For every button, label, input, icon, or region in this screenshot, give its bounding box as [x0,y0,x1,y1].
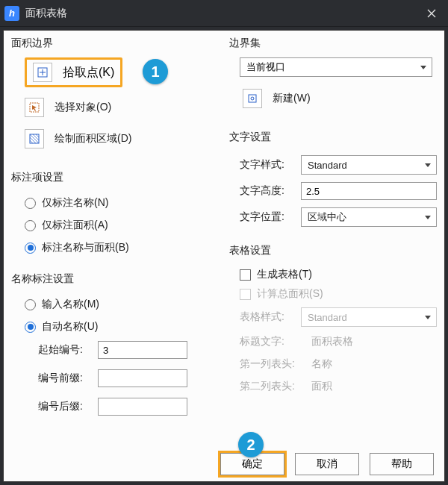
table-style-select: Standard [301,307,437,327]
callout-1: 1 [143,59,168,84]
prefix-label: 编号前缀: [38,372,92,385]
row-text-position: 文字位置: 区域中心 [229,204,437,231]
dialog-window: h 面积表格 面积边界 拾取点(K) [0,0,448,485]
radio-icon [25,322,36,333]
app-icon: h [4,6,19,21]
titlebar: h 面积表格 [0,0,448,27]
columns: 面积边界 拾取点(K) 选择对象(O) [11,37,437,448]
group-title-name-label: 名称标注设置 [11,272,216,286]
callout-2: 2 [238,432,264,457]
text-height-input[interactable] [301,182,437,200]
group-name-label: 名称标注设置 输入名称(M) 自动名称(U) 起始编号: 编号前缀: [11,272,216,423]
boundary-set-select[interactable]: 当前视口 [240,57,432,77]
cancel-button[interactable]: 取消 [295,453,359,475]
row-col1-header: 第一列表头: 名称 [229,353,437,375]
group-title-boundary: 面积边界 [11,37,216,50]
table-style-label: 表格样式: [240,310,293,324]
radio-input-name[interactable]: 输入名称(M) [11,293,216,316]
draw-area-row[interactable]: 绘制面积区域(D) [11,126,216,151]
help-button[interactable]: 帮助 [370,453,434,475]
radio-name-and-area[interactable]: 标注名称与面积(B) [11,237,216,259]
col1-header-value: 名称 [311,357,332,371]
svg-rect-5 [249,95,256,102]
radio-icon [25,220,36,231]
row-table-style: 表格样式: Standard [229,304,437,331]
table-style-value: Standard [308,312,347,323]
suffix-label: 编号后缀: [38,400,92,413]
boundary-set-value: 当前视口 [246,60,285,74]
start-number-input[interactable] [98,341,187,359]
select-object-row[interactable]: 选择对象(O) [11,95,216,120]
text-position-select[interactable]: 区域中心 [301,207,437,227]
titlebar-left: h 面积表格 [4,6,67,21]
draw-area-icon [25,129,44,148]
dialog-footer: 确定 取消 帮助 [11,448,437,477]
field-start-number: 起始编号: [11,338,216,362]
radio-icon [25,299,36,310]
radio-only-area[interactable]: 仅标注面积(A) [11,214,216,237]
radio-only-name-label: 仅标注名称(N) [42,196,108,210]
suffix-input[interactable] [98,398,187,416]
checkbox-icon [240,269,251,281]
select-object-label: 选择对象(O) [55,101,111,114]
text-position-value: 区域中心 [308,210,346,224]
radio-icon [25,198,36,209]
group-title-label-items: 标注项设置 [11,171,216,184]
new-boundary-row[interactable]: 新建(W) [229,86,437,111]
new-boundary-icon [243,89,262,108]
radio-only-area-label: 仅标注面积(A) [42,219,108,232]
dialog-body: 面积边界 拾取点(K) 选择对象(O) [3,30,445,482]
window-title: 面积表格 [25,7,67,20]
field-suffix: 编号后缀: [11,395,216,419]
row-title-text: 标题文字: 面积表格 [229,331,437,353]
radio-auto-name[interactable]: 自动名称(U) [11,316,216,338]
prefix-input[interactable] [98,369,187,387]
left-column: 面积边界 拾取点(K) 选择对象(O) [11,37,216,448]
row-text-style: 文字样式: Standard [229,151,437,178]
group-area-boundary: 面积边界 拾取点(K) 选择对象(O) [11,37,216,157]
group-boundary-set: 边界集 当前视口 新建(W) [229,37,437,117]
pick-point-label[interactable]: 拾取点(K) [63,65,114,81]
group-title-boundary-set: 边界集 [229,37,437,50]
radio-icon [25,242,36,254]
row-col2-header: 第二列表头: 面积 [229,375,437,398]
group-text-settings: 文字设置 文字样式: Standard 文字高度: 文字位置: [229,131,437,231]
checkbox-icon [240,289,251,300]
text-style-value: Standard [308,160,347,171]
pick-point-icon[interactable] [33,63,52,82]
col2-header-label: 第二列表头: [240,380,304,393]
text-position-label: 文字位置: [240,210,293,224]
calc-total-label: 计算总面积(S) [257,287,323,301]
new-boundary-label: 新建(W) [273,92,311,105]
select-object-icon [25,98,44,117]
text-style-label: 文字样式: [240,158,293,172]
title-text-value: 面积表格 [311,335,353,348]
radio-only-name[interactable]: 仅标注名称(N) [11,192,216,214]
svg-point-6 [251,97,254,100]
field-prefix: 编号前缀: [11,366,216,390]
draw-area-label: 绘制面积区域(D) [55,132,131,146]
radio-input-name-label: 输入名称(M) [42,298,99,311]
checkbox-calc-total: 计算总面积(S) [229,284,437,304]
radio-auto-name-label: 自动名称(U) [42,320,98,334]
radio-name-and-area-label: 标注名称与面积(B) [42,241,129,254]
group-title-table-settings: 表格设置 [229,244,437,257]
pick-point-highlight: 拾取点(K) [25,57,122,87]
col2-header-value: 面积 [311,380,332,393]
title-text-label: 标题文字: [240,335,304,348]
start-number-label: 起始编号: [38,343,92,357]
close-icon [427,9,436,18]
group-table-settings: 表格设置 生成表格(T) 计算总面积(S) 表格样式: Standard [229,244,437,398]
group-title-text-settings: 文字设置 [229,131,437,144]
text-height-label: 文字高度: [240,184,293,198]
group-label-items: 标注项设置 仅标注名称(N) 仅标注面积(A) 标注名称与面积(B) [11,171,216,259]
close-button[interactable] [415,0,448,27]
right-column: 边界集 当前视口 新建(W) 文字设置 [229,37,437,448]
checkbox-generate-table[interactable]: 生成表格(T) [229,265,437,284]
col1-header-label: 第一列表头: [240,357,304,371]
generate-table-label: 生成表格(T) [257,268,312,281]
text-style-select[interactable]: Standard [301,155,437,175]
row-text-height: 文字高度: [229,178,437,204]
